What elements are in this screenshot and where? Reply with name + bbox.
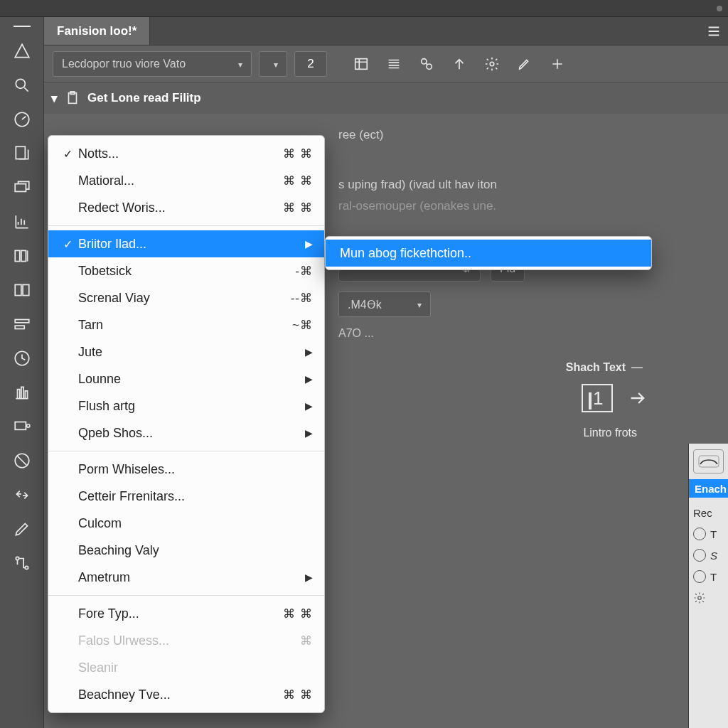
menu-item[interactable]: Lounne▶ (48, 365, 324, 392)
gear-icon (693, 592, 706, 604)
number-field[interactable]: 2 (294, 51, 327, 77)
svg-rect-2 (16, 146, 25, 159)
tool-pen-icon[interactable] (6, 515, 38, 543)
menu-item[interactable]: Qpeb Shos...▶ (48, 419, 324, 446)
m4k-select[interactable]: .M4Ɵk (338, 291, 431, 317)
svg-point-14 (16, 557, 18, 560)
dock-row-0[interactable]: T (693, 523, 724, 545)
menu-item[interactable]: Screnal Viay--⌘ (48, 284, 324, 311)
radio-icon (693, 528, 706, 540)
tool-link-icon[interactable] (6, 481, 38, 509)
menu-item-label: Matioral... (75, 173, 283, 188)
svg-rect-5 (21, 250, 25, 261)
shach-widgets: 1 (582, 384, 650, 412)
menu-item[interactable]: ✓Briitor Ilad...▶ (48, 230, 324, 257)
tool-device-icon[interactable] (6, 412, 38, 441)
disclosure-triangle-icon[interactable]: ▾ (51, 91, 58, 106)
tool-layers-icon[interactable] (6, 173, 38, 202)
canvas-text-line-1: ree (ect) (338, 128, 714, 142)
menu-item[interactable]: Beachney Tve...⌘ ⌘ (48, 681, 324, 708)
plus-icon[interactable] (545, 51, 570, 77)
tool-dashboard-icon[interactable] (6, 105, 38, 134)
svg-rect-22 (699, 456, 719, 467)
menu-item-label: Falos Ulrwess... (75, 633, 300, 648)
menu-item[interactable]: Flush artg▶ (48, 392, 324, 419)
table-icon[interactable] (348, 51, 374, 77)
menu-item-label: Beachney Tve... (75, 687, 283, 702)
menu-item-shortcut: -⌘ (295, 264, 313, 279)
arrow-up-icon[interactable] (446, 51, 472, 77)
menu-item[interactable]: Matioral...⌘ ⌘ (48, 167, 324, 194)
menu-item-label: Notts... (75, 146, 283, 161)
dock-thumb-icon[interactable] (693, 449, 724, 473)
svg-rect-11 (15, 422, 26, 430)
menu-item[interactable]: Porm Whiseles... (48, 456, 324, 483)
menu-item[interactable]: Beaching Valy (48, 537, 324, 564)
tool-align-icon[interactable] (6, 310, 38, 338)
dock-row-2[interactable]: T (693, 566, 724, 587)
hamburger-menu-icon[interactable] (700, 17, 728, 45)
tool-clock-icon[interactable] (6, 344, 38, 373)
text-frame-glyph[interactable]: 1 (582, 384, 613, 412)
dock-row-1[interactable]: S (693, 545, 724, 566)
window-control-dot[interactable] (717, 6, 722, 11)
tool-library-icon[interactable] (6, 378, 38, 407)
menu-item[interactable]: Sleanir (48, 654, 324, 681)
menu-item[interactable]: Falos Ulrwess...⌘ (48, 627, 324, 654)
menu-item-label: Briitor Ilad... (75, 237, 305, 252)
link-chain-icon[interactable] (414, 51, 439, 77)
dock-rec-label: Rec (693, 502, 724, 523)
submenu-item-mun-abog[interactable]: Mun abog fickethction.. (326, 240, 651, 267)
tool-chart-icon[interactable] (6, 208, 38, 236)
menu-item[interactable]: Cetteir Frrenitars... (48, 483, 324, 510)
preset-selector-label: Lecdopor truo viore Vato (62, 58, 186, 70)
dock-row-2-label: T (710, 571, 717, 583)
menu-separator (48, 595, 324, 596)
clipboard-icon (65, 90, 80, 106)
context-submenu: Mun abog fickethction.. (325, 236, 652, 270)
menu-item-shortcut: ⌘ (300, 633, 313, 648)
menu-item[interactable]: Ametrum▶ (48, 564, 324, 591)
tool-page-icon[interactable] (6, 139, 38, 168)
chevron-right-icon: ▶ (305, 238, 313, 250)
left-tool-rail (0, 17, 44, 728)
dock-section-enach[interactable]: Enach (689, 479, 728, 498)
tool-columns-icon[interactable] (6, 242, 38, 270)
menu-item[interactable]: Culcom (48, 510, 324, 537)
svg-rect-9 (15, 326, 24, 328)
dock-row-gear[interactable] (693, 587, 724, 609)
menu-separator (48, 225, 324, 226)
preset-selector[interactable]: Lecdopor truo viore Vato (53, 51, 252, 77)
check-icon: ✓ (60, 147, 75, 161)
chevron-right-icon: ▶ (305, 346, 313, 358)
menu-item-shortcut: --⌘ (291, 291, 313, 306)
tool-disabled-icon[interactable] (6, 446, 38, 475)
menu-item[interactable]: Tobetsick-⌘ (48, 257, 324, 284)
dock-row-0-label: T (710, 528, 717, 540)
svg-rect-8 (15, 320, 29, 323)
menu-item-label: Cetteir Frrenitars... (75, 489, 313, 504)
tool-triangle-icon[interactable] (6, 37, 38, 65)
menu-item[interactable]: Fore Typ...⌘ ⌘ (48, 600, 324, 627)
brush-icon[interactable] (512, 51, 537, 77)
document-tab[interactable]: Fanision loo!* (44, 17, 150, 45)
chevron-down-icon (274, 58, 278, 70)
menu-item[interactable]: Jute▶ (48, 338, 324, 365)
menu-item-shortcut: ~⌘ (292, 318, 313, 333)
tool-split-icon[interactable] (6, 276, 38, 304)
chevron-right-icon: ▶ (305, 572, 313, 583)
document-tab-label: Fanision loo!* (57, 24, 136, 38)
arrow-right-icon[interactable] (626, 388, 650, 408)
menu-item[interactable]: Redect Woris...⌘ ⌘ (48, 194, 324, 221)
tool-zoom-icon[interactable] (6, 71, 38, 100)
lintro-label: Lintro frots (583, 427, 637, 439)
check-icon: ✓ (60, 237, 75, 251)
menu-item-shortcut: ⌘ ⌘ (283, 173, 313, 188)
menu-item-label: Tobetsick (75, 264, 295, 279)
justify-icon[interactable] (381, 51, 407, 77)
menu-item[interactable]: Tarn~⌘ (48, 311, 324, 338)
menu-item[interactable]: ✓Notts...⌘ ⌘ (48, 140, 324, 167)
secondary-selector[interactable] (259, 51, 287, 77)
gear-icon[interactable] (479, 51, 505, 77)
tool-node-icon[interactable] (6, 549, 38, 577)
